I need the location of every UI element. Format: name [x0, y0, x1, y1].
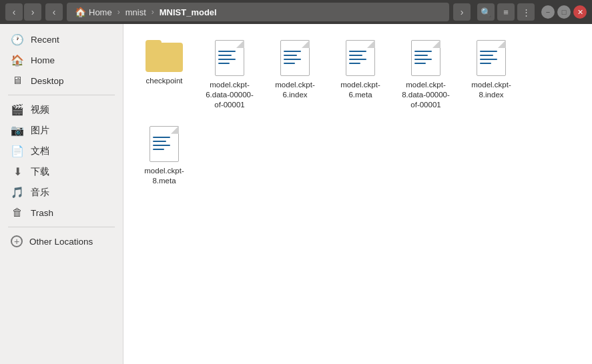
- sidebar-label-pictures: 图片: [31, 125, 49, 137]
- file-item-ckpt6-data[interactable]: model.ckpt-6.data-00000-of-00001: [200, 35, 260, 115]
- file-line-2: [153, 141, 166, 142]
- recent-icon: 🕐: [11, 33, 24, 46]
- text-file-icon-6: [150, 126, 179, 162]
- file-label-ckpt8-data: model.ckpt-8.data-00000-of-00001: [400, 80, 452, 110]
- breadcrumb-mnist[interactable]: mnist: [121, 6, 150, 19]
- file-line-4: [349, 63, 360, 64]
- sidebar-label-documents: 文档: [31, 145, 49, 157]
- sidebar-item-downloads[interactable]: ⬇ 下载: [3, 161, 120, 182]
- sidebar-item-desktop[interactable]: 🖥 Desktop: [3, 71, 120, 91]
- sidebar-label-videos: 视频: [31, 104, 49, 116]
- pictures-icon: 📷: [11, 124, 24, 137]
- plus-icon: +: [11, 235, 23, 247]
- search-button[interactable]: 🔍: [477, 3, 495, 21]
- sidebar-item-trash[interactable]: 🗑 Trash: [3, 203, 120, 223]
- sidebar-label-recent: Recent: [31, 35, 59, 45]
- videos-icon: 🎬: [11, 103, 24, 116]
- file-line-3: [349, 59, 366, 60]
- sidebar-label-other-locations: Other Locations: [29, 237, 93, 247]
- sidebar-item-other-locations[interactable]: + Other Locations: [3, 231, 120, 251]
- file-line-1: [349, 51, 366, 52]
- breadcrumb-home-label: Home: [89, 7, 112, 17]
- close-button[interactable]: ✕: [573, 5, 587, 19]
- file-line-2: [284, 55, 297, 56]
- file-line-2: [480, 55, 493, 56]
- file-lines: [218, 51, 241, 67]
- nav-history-button[interactable]: ‹: [45, 3, 63, 21]
- file-grid: checkpoint model.ckpt-6.data-00000-of-00…: [134, 35, 581, 191]
- window-controls: − □ ✕: [541, 5, 587, 19]
- sidebar-item-documents[interactable]: 📄 文档: [3, 141, 120, 161]
- sidebar-label-music: 音乐: [31, 187, 49, 199]
- file-lines-6: [153, 137, 176, 153]
- file-line-3: [414, 59, 432, 60]
- text-file-icon-3: [346, 40, 375, 76]
- file-line-3: [218, 59, 236, 60]
- file-label-ckpt6-meta: model.ckpt-6.meta: [334, 80, 386, 100]
- nav-expand-button[interactable]: ›: [453, 3, 471, 21]
- file-line-3: [284, 59, 301, 60]
- text-file-icon: [215, 40, 244, 76]
- music-icon: 🎵: [11, 186, 24, 199]
- file-line-4: [153, 149, 164, 150]
- breadcrumb-sep-2: ›: [152, 7, 154, 17]
- sidebar-separator: [8, 95, 115, 95]
- file-item-ckpt8-data[interactable]: model.ckpt-8.data-00000-of-00001: [396, 35, 456, 115]
- minimize-button[interactable]: −: [541, 5, 555, 19]
- menu-button[interactable]: ⋮: [517, 3, 535, 21]
- breadcrumb-mnist-model[interactable]: MNIST_model: [156, 6, 221, 19]
- sidebar-item-recent[interactable]: 🕐 Recent: [3, 29, 120, 50]
- home-icon: 🏠: [75, 7, 86, 17]
- file-item-ckpt6-index[interactable]: model.ckpt-6.index: [265, 35, 325, 115]
- file-line-2: [349, 55, 362, 56]
- file-lines-3: [349, 51, 372, 67]
- file-lines-5: [480, 51, 503, 67]
- file-item-ckpt8-index[interactable]: model.ckpt-8.index: [461, 35, 521, 115]
- sidebar-separator-2: [8, 227, 115, 227]
- text-file-icon-4: [411, 40, 440, 76]
- file-line-2: [414, 55, 428, 56]
- file-label-ckpt8-meta: model.ckpt-8.meta: [138, 166, 190, 186]
- titlebar-actions: 🔍 ≡ ⋮: [477, 3, 535, 21]
- sidebar-item-music[interactable]: 🎵 音乐: [3, 182, 120, 203]
- documents-icon: 📄: [11, 145, 24, 157]
- nav-back-button[interactable]: ‹: [5, 3, 23, 21]
- sidebar-label-trash: Trash: [31, 208, 53, 218]
- file-lines-4: [414, 51, 437, 67]
- file-line-4: [414, 63, 426, 64]
- view-toggle-button[interactable]: ≡: [497, 3, 515, 21]
- maximize-button[interactable]: □: [557, 5, 571, 19]
- main-layout: 🕐 Recent 🏠 Home 🖥 Desktop 🎬 视频 📷 图片 📄 文档…: [0, 24, 592, 364]
- sidebar-label-desktop: Desktop: [31, 76, 64, 86]
- file-line-3: [153, 145, 170, 146]
- breadcrumb-mnist-label: mnist: [125, 7, 146, 17]
- sidebar-item-home[interactable]: 🏠 Home: [3, 50, 120, 71]
- sidebar-label-home: Home: [31, 55, 55, 65]
- downloads-icon: ⬇: [11, 165, 24, 178]
- file-label-ckpt6-data: model.ckpt-6.data-00000-of-00001: [204, 80, 256, 110]
- sidebar-item-pictures[interactable]: 📷 图片: [3, 120, 120, 141]
- breadcrumb: 🏠 Home › mnist › MNIST_model: [67, 3, 449, 21]
- file-label-ckpt8-index: model.ckpt-8.index: [465, 80, 517, 100]
- file-line-1: [153, 137, 170, 138]
- file-area: checkpoint model.ckpt-6.data-00000-of-00…: [123, 24, 592, 364]
- breadcrumb-home[interactable]: 🏠 Home: [71, 5, 116, 19]
- folder-body: [145, 43, 183, 72]
- sidebar-item-videos[interactable]: 🎬 视频: [3, 99, 120, 120]
- file-label-ckpt6-index: model.ckpt-6.index: [269, 80, 321, 100]
- file-line-1: [284, 51, 301, 52]
- nav-forward-button[interactable]: ›: [24, 3, 41, 21]
- titlebar: ‹ › ‹ 🏠 Home › mnist › MNIST_model › 🔍 ≡…: [0, 0, 592, 24]
- file-line-1: [218, 51, 236, 52]
- file-item-ckpt8-meta[interactable]: model.ckpt-8.meta: [134, 121, 194, 191]
- trash-icon: 🗑: [11, 207, 24, 219]
- file-line-1: [414, 51, 432, 52]
- folder-icon: [145, 40, 183, 72]
- sidebar: 🕐 Recent 🏠 Home 🖥 Desktop 🎬 视频 📷 图片 📄 文档…: [0, 24, 123, 364]
- file-item-ckpt6-meta[interactable]: model.ckpt-6.meta: [330, 35, 390, 115]
- home-sidebar-icon: 🏠: [11, 54, 24, 67]
- file-line-2: [218, 55, 232, 56]
- file-item-checkpoint[interactable]: checkpoint: [134, 35, 194, 115]
- file-line-4: [284, 63, 295, 64]
- file-label-checkpoint: checkpoint: [146, 76, 183, 86]
